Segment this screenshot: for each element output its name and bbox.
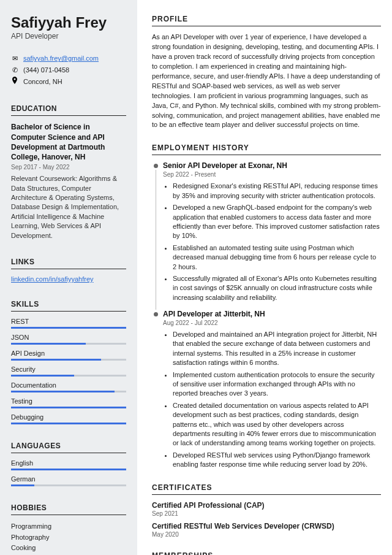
- certificate-title: Certified API Professional (CAP): [152, 501, 381, 510]
- skill-item: Debugging: [11, 413, 126, 424]
- language-item: English: [11, 459, 126, 470]
- person-name: Safiyyah Frey: [11, 15, 126, 31]
- education-heading: EDUCATION: [11, 104, 126, 113]
- divider: [11, 311, 126, 312]
- language-bar: [11, 469, 126, 470]
- resume-page: Safiyyah Frey API Developer ✉ safiyyah.f…: [0, 0, 392, 555]
- skill-item: JSON: [11, 334, 126, 345]
- skill-bar: [11, 407, 126, 408]
- skill-name: JSON: [11, 334, 126, 341]
- hobby-item: Programming: [11, 521, 126, 532]
- hobby-item: Photography: [11, 532, 126, 543]
- contact-email-row: ✉ safiyyah.frey@gmail.com: [11, 53, 126, 64]
- education-description: Relevant Coursework: Algorithms & Data S…: [11, 174, 126, 240]
- profile-text: As an API Developer with over 1 year of …: [152, 33, 381, 130]
- jobs-list: Senior API Developer at Exonar, NHSep 20…: [152, 161, 381, 469]
- divider: [11, 453, 126, 453]
- job-bullet: Successfully migrated all of Exonar's AP…: [173, 274, 381, 302]
- job-dates: Sep 2022 - Present: [163, 171, 381, 178]
- skill-name: API Design: [11, 350, 126, 357]
- skill-name: Security: [11, 366, 126, 373]
- divider: [152, 26, 381, 26]
- job-bullet: Implemented custom authentication protoc…: [173, 370, 381, 399]
- skill-bar: [11, 343, 126, 345]
- skill-bar: [11, 359, 126, 361]
- job-bullet: Redesigned Exonar's existing RESTful API…: [173, 182, 381, 201]
- hobbies-list: ProgrammingPhotographyCooking: [11, 521, 126, 554]
- certificates-heading: CERTIFICATES: [152, 483, 381, 492]
- linkedin-link[interactable]: linkedin.com/in/safiyyahfrey: [11, 275, 94, 283]
- certificate-date: Sep 2021: [152, 510, 381, 517]
- job-title: API Developer: [11, 32, 126, 40]
- profile-heading: PROFILE: [152, 15, 381, 23]
- skill-item: REST: [11, 318, 126, 329]
- divider: [152, 494, 381, 495]
- language-bar: [11, 484, 126, 486]
- certificate-item: Certified RESTful Web Services Developer…: [152, 522, 381, 538]
- certificates-list: Certified API Professional (CAP)Sep 2021…: [152, 501, 381, 538]
- links-heading: LINKS: [11, 258, 126, 266]
- phone-text: (344) 071-0458: [23, 64, 69, 76]
- job-bullets: Developed and maintained an API integrat…: [163, 330, 381, 469]
- education-dates: Sep 2017 - May 2022: [11, 164, 126, 170]
- job-dates: Aug 2022 - Jul 2022: [163, 320, 381, 326]
- job-bullet: Developed and maintained an API integrat…: [173, 330, 381, 368]
- skill-bar: [11, 391, 126, 392]
- skill-name: Debugging: [11, 413, 126, 421]
- hobby-item: Cooking: [11, 543, 126, 554]
- languages-list: EnglishGerman: [11, 459, 126, 486]
- location-icon: [11, 76, 18, 88]
- job-position: Senior API Developer at Exonar, NH: [163, 161, 381, 170]
- education-degree: Bachelor of Science in Computer Science …: [11, 122, 126, 162]
- skill-bar: [11, 375, 126, 377]
- memberships-heading: MEMBERSHIPS: [152, 551, 381, 555]
- job-bullet: Created detailed documentation on variou…: [173, 401, 381, 448]
- contact-phone-row: ✆ (344) 071-0458: [11, 64, 126, 76]
- job-item: Senior API Developer at Exonar, NHSep 20…: [152, 161, 381, 302]
- job-bullet: Developed RESTful web services using Pyt…: [173, 451, 381, 470]
- skill-bar: [11, 327, 126, 329]
- skill-name: Documentation: [11, 381, 126, 389]
- certificate-title: Certified RESTful Web Services Developer…: [152, 522, 381, 530]
- skill-name: Testing: [11, 397, 126, 405]
- skills-heading: SKILLS: [11, 300, 126, 308]
- language-name: German: [11, 475, 126, 483]
- skill-item: Documentation: [11, 381, 126, 392]
- job-bullet: Developed a new GraphQL-based endpoint f…: [173, 203, 381, 241]
- job-item: API Developer at Jitterbit, NHAug 2022 -…: [152, 310, 381, 469]
- email-link[interactable]: safiyyah.frey@gmail.com: [23, 53, 99, 64]
- skill-item: Testing: [11, 397, 126, 408]
- divider: [11, 515, 126, 515]
- job-position: API Developer at Jitterbit, NH: [163, 310, 381, 318]
- certificate-date: May 2020: [152, 531, 381, 538]
- hobbies-heading: HOBBIES: [11, 503, 126, 512]
- contact-location-row: Concord, NH: [11, 76, 126, 88]
- language-item: German: [11, 475, 126, 486]
- language-name: English: [11, 459, 126, 467]
- sidebar: Safiyyah Frey API Developer ✉ safiyyah.f…: [0, 0, 137, 555]
- main-content: PROFILE As an API Developer with over 1 …: [137, 0, 392, 555]
- location-text: Concord, NH: [23, 76, 62, 88]
- skill-item: API Design: [11, 350, 126, 361]
- skill-name: REST: [11, 318, 126, 325]
- divider: [11, 269, 126, 269]
- divider: [152, 155, 381, 155]
- phone-icon: ✆: [11, 64, 18, 76]
- divider: [11, 115, 126, 116]
- skill-item: Security: [11, 366, 126, 377]
- skills-list: RESTJSONAPI DesignSecurityDocumentationT…: [11, 318, 126, 424]
- certificate-item: Certified API Professional (CAP)Sep 2021: [152, 501, 381, 517]
- job-bullet: Established an automated testing suite u…: [173, 243, 381, 272]
- skill-bar: [11, 423, 126, 424]
- employment-heading: EMPLOYMENT HISTORY: [152, 144, 381, 152]
- contact-block: ✉ safiyyah.frey@gmail.com ✆ (344) 071-04…: [11, 53, 126, 87]
- email-icon: ✉: [11, 53, 18, 64]
- languages-heading: LANGUAGES: [11, 442, 126, 450]
- job-bullets: Redesigned Exonar's existing RESTful API…: [163, 182, 381, 302]
